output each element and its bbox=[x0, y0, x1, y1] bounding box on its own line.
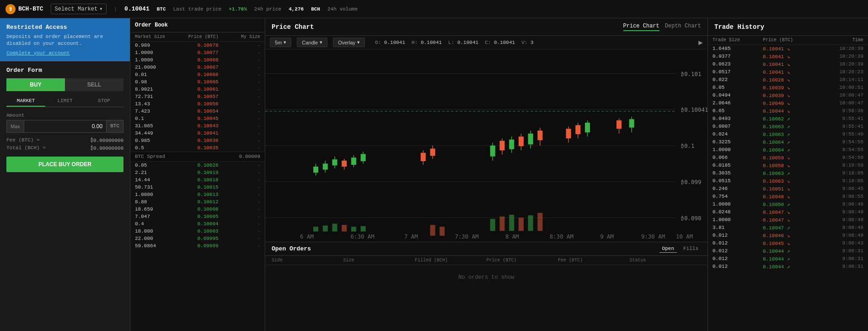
ob-buy-row[interactable]: 8.880.10012- bbox=[130, 198, 265, 206]
ob-buy-row[interactable]: 7.0470.10005- bbox=[130, 213, 265, 220]
svg-rect-47 bbox=[490, 219, 495, 231]
max-button[interactable]: Max bbox=[7, 120, 24, 132]
svg-rect-25 bbox=[332, 224, 337, 232]
ob-sell-row[interactable]: 7.4230.10054- bbox=[130, 108, 265, 115]
svg-rect-56 bbox=[575, 125, 580, 134]
main-layout: Restricted Access Deposits and order pla… bbox=[0, 18, 868, 331]
ob-sell-row[interactable]: 0.10.10045- bbox=[130, 115, 265, 122]
svg-rect-50 bbox=[519, 218, 524, 231]
ob-sell-row[interactable]: 1.00000.10068- bbox=[130, 56, 265, 64]
ob-buy-row[interactable]: 1.00000.10013- bbox=[130, 191, 265, 198]
market-tab[interactable]: MARKET bbox=[6, 96, 45, 107]
buy-orders-list: 0.050.10026- 2.210.10019- 14.440.10018- … bbox=[130, 162, 265, 250]
ob-sell-row[interactable]: 34.4490.10041- bbox=[130, 130, 265, 137]
trade-history-row: 0.012 0.10045 ↘ 9:08:43 bbox=[708, 239, 868, 247]
volume-24h: 4,276 bbox=[289, 6, 304, 12]
open-orders-panel: Open Orders Open Fills Side Size Filled … bbox=[265, 242, 707, 331]
ob-buy-row[interactable]: 50.7310.10015- bbox=[130, 184, 265, 191]
ob-buy-row[interactable]: 0.050.10026- bbox=[130, 162, 265, 169]
trade-history-row: 0.012 0.10044 ↗ 9:08:31 bbox=[708, 255, 868, 263]
ob-buy-row[interactable]: 59.08640.09989- bbox=[130, 242, 265, 250]
svg-text:8:30 AM: 8:30 AM bbox=[550, 234, 573, 240]
svg-rect-20 bbox=[351, 157, 356, 165]
svg-text:₿0.1: ₿0.1 bbox=[681, 143, 695, 150]
place-order-button[interactable]: PLACE BUY ORDER bbox=[6, 157, 123, 172]
trade-history-row: 0.012 0.10044 ↗ 9:08:31 bbox=[708, 263, 868, 271]
ob-sell-row[interactable]: 31.0650.10043- bbox=[130, 122, 265, 130]
trade-history-title: Trade History bbox=[708, 18, 868, 36]
amount-field[interactable] bbox=[24, 120, 106, 132]
trade-history-row: 0.022 0.10028 ↘ 10:14:11 bbox=[708, 76, 868, 84]
svg-rect-28 bbox=[361, 226, 366, 232]
ob-buy-row[interactable]: 22.0000.09995- bbox=[130, 235, 265, 242]
svg-rect-46 bbox=[537, 130, 542, 140]
svg-rect-42 bbox=[519, 136, 524, 146]
svg-rect-48 bbox=[500, 217, 505, 231]
stop-tab[interactable]: STOP bbox=[85, 96, 123, 107]
sell-tab[interactable]: SELL bbox=[65, 78, 123, 91]
ob-buy-row[interactable]: 14.440.10018- bbox=[130, 176, 265, 184]
sell-orders-list: 0.9890.10078- 1.00000.10077- 1.00000.100… bbox=[130, 42, 265, 152]
svg-text:9:30 AM: 9:30 AM bbox=[641, 234, 665, 240]
chart-controls: 5m ▾ Candle ▾ Overlay ▾ O: 0.10041 H: 0.… bbox=[265, 36, 707, 49]
ob-sell-row[interactable]: 0.9890.10078- bbox=[130, 42, 265, 49]
price-chart-tab[interactable]: Price Chart bbox=[623, 23, 659, 31]
amount-input-group: Max BTC bbox=[6, 120, 123, 133]
fills-tab[interactable]: Fills bbox=[680, 245, 701, 253]
ob-sell-row[interactable]: 1.00000.10077- bbox=[130, 49, 265, 56]
open-tab[interactable]: Open bbox=[659, 245, 677, 253]
chart-type-button[interactable]: Candle ▾ bbox=[297, 38, 327, 47]
trade-history-row: 0.0185 0.10058 ↘ 9:19:50 bbox=[708, 162, 868, 169]
last-price-label: Last trade price bbox=[173, 6, 222, 12]
svg-rect-58 bbox=[585, 123, 590, 132]
depth-chart-tab[interactable]: Depth Chart bbox=[665, 23, 701, 31]
ob-sell-row[interactable]: 72.7310.10057- bbox=[130, 93, 265, 100]
chart-area: Price Chart Price Chart Depth Chart 5m ▾… bbox=[265, 18, 708, 331]
buy-tab[interactable]: BUY bbox=[6, 78, 65, 91]
trade-history-row: 0.0007 0.10063 ↗ 9:55:41 bbox=[708, 123, 868, 130]
chevron-down-icon: ▾ bbox=[284, 39, 286, 45]
trade-history-row: 0.0493 0.10062 ↗ 9:55:41 bbox=[708, 115, 868, 123]
ob-sell-row[interactable]: 21.00000.10067- bbox=[130, 64, 265, 71]
total-row: Total (BCH) ≈ ₿0.00000000 bbox=[6, 144, 123, 152]
ob-buy-row[interactable]: 18.0000.10003- bbox=[130, 228, 265, 235]
ob-sell-row[interactable]: 0.010.10066- bbox=[130, 71, 265, 78]
trade-history-row: 3.81 0.10047 ↗ 9:08:48 bbox=[708, 224, 868, 232]
trade-history-row: 0.754 0.10048 ↘ 9:08:55 bbox=[708, 193, 868, 201]
limit-tab[interactable]: LIMIT bbox=[45, 96, 84, 107]
select-market-button[interactable]: Select Market ▾ bbox=[51, 4, 107, 14]
ob-sell-row[interactable]: 0.9850.10036- bbox=[130, 137, 265, 144]
open-orders-col-headers: Side Size Filled (BCH) Price (BTC) Fee (… bbox=[265, 256, 707, 265]
complete-account-link[interactable]: Complete your account bbox=[6, 50, 70, 56]
trade-history-row: 0.012 0.10044 ↗ 9:08:31 bbox=[708, 247, 868, 255]
chart-nav-arrow[interactable]: ▶ bbox=[698, 38, 703, 47]
ob-sell-row[interactable]: 0.980.10065- bbox=[130, 78, 265, 86]
timeframe-button[interactable]: 5m ▾ bbox=[270, 38, 291, 47]
chevron-down-icon: ▾ bbox=[99, 5, 102, 12]
trade-history-row: 0.0623 0.10041 ↘ 10:20:39 bbox=[708, 60, 868, 68]
svg-rect-36 bbox=[490, 146, 495, 157]
svg-text:6:30 AM: 6:30 AM bbox=[350, 234, 374, 240]
ob-buy-row[interactable]: 18.6590.10008- bbox=[130, 206, 265, 213]
chevron-down-icon: ▾ bbox=[320, 39, 322, 45]
svg-rect-26 bbox=[342, 225, 347, 231]
ob-sell-row[interactable]: 0.50.10035- bbox=[130, 144, 265, 152]
chart-canvas[interactable]: ₿0.101 ₿0.10041 ₿0.1 ₿0.099 ₿0.098 bbox=[265, 49, 707, 242]
ob-sell-row[interactable]: 8.90210.10061- bbox=[130, 86, 265, 93]
overlay-button[interactable]: Overlay ▾ bbox=[333, 38, 365, 47]
svg-text:7 AM: 7 AM bbox=[404, 234, 418, 240]
trade-history-row: 2.0646 0.10040 ↘ 10:00:47 bbox=[708, 99, 868, 107]
trade-history-row: 0.066 0.10059 ↘ 9:54:50 bbox=[708, 154, 868, 162]
svg-rect-44 bbox=[528, 134, 533, 145]
svg-rect-38 bbox=[500, 141, 505, 151]
ob-sell-row[interactable]: 13.430.10056- bbox=[130, 100, 265, 108]
trade-history-row: 1.0000 0.10064 ↗ 9:54:55 bbox=[708, 146, 868, 154]
trade-history-list: 1.6485 0.10041 ↘ 10:20:39 0.9377 0.10041… bbox=[708, 45, 868, 271]
svg-rect-40 bbox=[509, 140, 514, 149]
open-orders-title: Open Orders bbox=[272, 245, 311, 252]
ob-buy-row[interactable]: 2.210.10019- bbox=[130, 169, 265, 176]
ob-buy-row[interactable]: 0.40.10004- bbox=[130, 220, 265, 228]
header: ₿ BCH-BTC Select Market ▾ | 0.10041 BTC … bbox=[0, 0, 868, 18]
open-orders-header: Open Orders Open Fills bbox=[265, 242, 707, 256]
trade-history-row: 0.0515 0.10063 ↘ 9:18:05 bbox=[708, 177, 868, 185]
